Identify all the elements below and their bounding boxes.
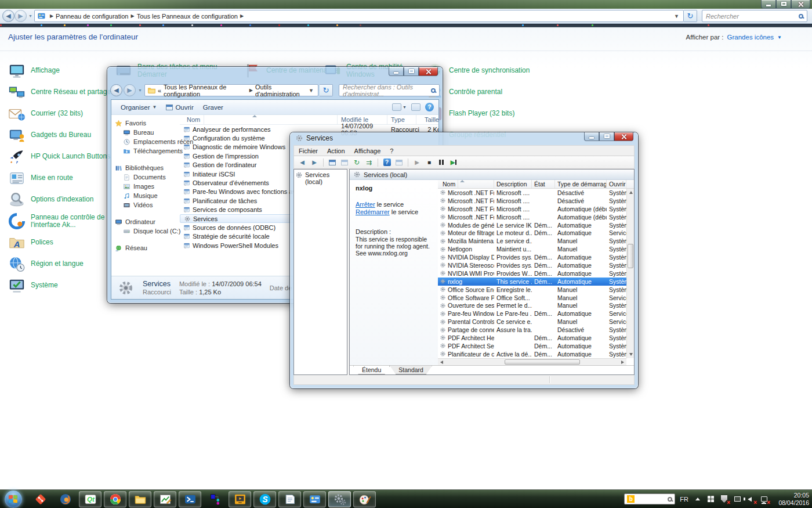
service-row[interactable]: Ouverture de sessi... Permet le d... Man… — [438, 301, 626, 309]
menu-item[interactable]: Fichier — [294, 146, 322, 156]
taskbar-button[interactable] — [179, 491, 201, 507]
breadcrumb-sub[interactable]: Tous les Panneaux de configuration — [137, 13, 238, 20]
open-button[interactable]: Ouvrir — [161, 102, 198, 113]
taskbar-button[interactable] — [229, 491, 251, 507]
column-header-startup-type[interactable]: Type de démarrage — [555, 180, 607, 188]
control-panel-item[interactable]: Panneau de contrôle de l'interface Ak... — [8, 210, 118, 232]
taskbar-button[interactable] — [104, 491, 126, 507]
refresh-button[interactable]: ↻ — [351, 157, 362, 167]
scroll-right-button[interactable] — [619, 358, 626, 365]
scrollbar-thumb[interactable] — [505, 359, 580, 365]
sidebar-item[interactable]: Réseau — [115, 243, 180, 253]
menu-item[interactable]: Action — [322, 146, 350, 156]
service-row[interactable]: Mozilla Maintena... Le service d... Manu… — [438, 237, 626, 245]
network-disconnected-tray-icon[interactable] — [760, 495, 768, 503]
service-row[interactable]: Moteur de filtrage... Le moteur d... Dém… — [438, 229, 626, 237]
service-row[interactable]: NVIDIA Stereosco... Provides sys... Dém.… — [438, 261, 626, 269]
maximize-button[interactable] — [599, 132, 614, 141]
close-button[interactable] — [614, 132, 633, 141]
taskbar-button[interactable] — [278, 491, 301, 507]
restart-service-button[interactable]: ▶ — [448, 157, 459, 167]
taskbar-button[interactable]: Qt — [79, 491, 102, 507]
view-by-dropdown-icon[interactable]: ▼ — [777, 35, 782, 40]
sidebar-item[interactable]: Images — [115, 182, 180, 191]
service-row[interactable]: PDF Architect Serv... Dém... Automatique… — [438, 342, 626, 350]
column-header-logon-as[interactable]: Ouvrir ur — [607, 180, 626, 188]
menu-item[interactable]: Affichage — [350, 146, 386, 156]
history-dropdown-icon[interactable]: ▼ — [138, 88, 142, 92]
column-header-name[interactable]: Nom — [180, 115, 338, 124]
service-row[interactable]: Partage de connex... Assure la tra... Dé… — [438, 326, 626, 334]
service-row[interactable]: Netlogon Maintient u... Manuel Système — [438, 245, 626, 253]
control-panel-item[interactable]: A Polices — [8, 232, 118, 253]
address-bar[interactable]: « Tous les Panneaux de configuration ▶ O… — [144, 84, 318, 96]
tree-item-services-local[interactable]: Services (local) — [305, 171, 346, 185]
taskbar-button[interactable] — [54, 491, 77, 507]
views-button[interactable]: ▼ — [392, 103, 407, 111]
control-panel-item[interactable]: Affichage — [8, 60, 118, 81]
control-panel-item[interactable]: Région et langue — [8, 253, 118, 275]
search-box[interactable]: Rechercher dans : Outils d'administrat..… — [339, 84, 440, 96]
sidebar-item[interactable]: Bibliothèques — [115, 163, 180, 172]
view-tab[interactable]: Standard — [390, 366, 432, 374]
preview-pane-button[interactable] — [411, 103, 420, 111]
column-header-state[interactable]: État — [532, 180, 555, 188]
properties-button[interactable] — [339, 157, 350, 167]
control-panel-item[interactable]: HP Quick Launch Buttons — [8, 146, 118, 167]
sidebar-item[interactable]: Vidéos — [115, 200, 180, 210]
service-row[interactable]: Modules de génér... Le service IK... Dém… — [438, 221, 626, 229]
security-alert-tray-icon[interactable] — [720, 495, 728, 503]
control-panel-item[interactable]: Contrôle parental — [426, 81, 542, 103]
service-row[interactable]: Microsoft .NET Fr... Microsoft .... Désa… — [438, 189, 626, 197]
control-panel-item[interactable]: f Flash Player (32 bits) — [426, 103, 542, 124]
volume-muted-tray-icon[interactable] — [746, 495, 755, 503]
service-row[interactable]: PDF Architect Hel... Dém... Automatique … — [438, 334, 626, 342]
control-panel-item[interactable]: Centre Réseau et partage — [8, 81, 118, 103]
service-row[interactable]: Office Software Pr... Office Soft... Man… — [438, 294, 626, 302]
history-dropdown-icon[interactable]: ▼ — [28, 14, 32, 18]
horizontal-scrollbar[interactable] — [438, 358, 626, 365]
column-header-modified[interactable]: Modifié le — [338, 115, 387, 124]
taskbar-button[interactable] — [303, 491, 326, 507]
service-row[interactable]: Microsoft .NET Fr... Microsoft .... Auto… — [438, 205, 626, 213]
control-panel-item[interactable]: Gadgets du Bureau — [8, 124, 118, 146]
organize-button[interactable]: Organiser▼ — [116, 102, 161, 113]
burn-button[interactable]: Graver — [198, 102, 228, 113]
start-service-button[interactable]: ▶ — [412, 157, 422, 167]
control-panel-item[interactable]: Système — [8, 275, 118, 296]
minimize-button[interactable] — [761, 0, 776, 9]
extended-view-button[interactable] — [394, 157, 404, 167]
restart-service-link[interactable]: Redémarrer — [356, 208, 390, 215]
clock[interactable]: 20:05 08/04/2016 — [773, 492, 809, 506]
scroll-left-button[interactable] — [438, 358, 445, 365]
sidebar-item[interactable]: Musique — [115, 191, 180, 200]
control-panel-item[interactable]: Centre de synchronisation — [426, 60, 542, 81]
breadcrumb-current[interactable]: Outils d'administration — [255, 84, 307, 98]
close-button[interactable] — [419, 67, 438, 76]
menu-item[interactable]: ? — [385, 146, 398, 156]
service-row[interactable]: Microsoft .NET Fr... Microsoft .... Auto… — [438, 213, 626, 221]
language-indicator[interactable]: FR — [680, 496, 688, 503]
address-dropdown-icon[interactable]: ▼ — [672, 13, 681, 19]
service-row[interactable]: NVIDIA Display Dri... Provides sys... Dé… — [438, 253, 626, 261]
sidebar-item[interactable]: Documents — [115, 172, 180, 182]
minimize-button[interactable] — [584, 132, 599, 141]
stop-service-link[interactable]: Arrêter — [356, 201, 375, 208]
help-button[interactable]: ? — [382, 157, 392, 167]
breadcrumb-parent[interactable]: Tous les Panneaux de configuration — [164, 84, 247, 98]
scroll-up-button[interactable] — [627, 189, 634, 196]
taskbar-button[interactable] — [154, 491, 176, 507]
service-row[interactable]: Parental Controls Ce service e... Manuel… — [438, 318, 626, 326]
service-row[interactable]: Pare-feu Windows Le Pare-feu ... Dém... … — [438, 309, 626, 318]
back-button[interactable]: ◀ — [110, 84, 122, 96]
sidebar-item[interactable]: Disque local (C:) — [115, 226, 180, 236]
service-row[interactable]: Microsoft .NET Fr... Microsoft .... Désa… — [438, 197, 626, 205]
refresh-button[interactable]: ↻ — [684, 10, 697, 22]
scrollbar-thumb[interactable] — [628, 244, 633, 268]
maximize-button[interactable] — [776, 0, 791, 9]
sidebar-item[interactable]: Bureau — [115, 128, 180, 137]
maximize-button[interactable] — [404, 67, 419, 76]
scroll-down-button[interactable] — [627, 351, 634, 358]
breadcrumb-root[interactable]: Panneau de configuration — [56, 13, 128, 20]
column-header-description[interactable]: Description — [494, 180, 532, 188]
